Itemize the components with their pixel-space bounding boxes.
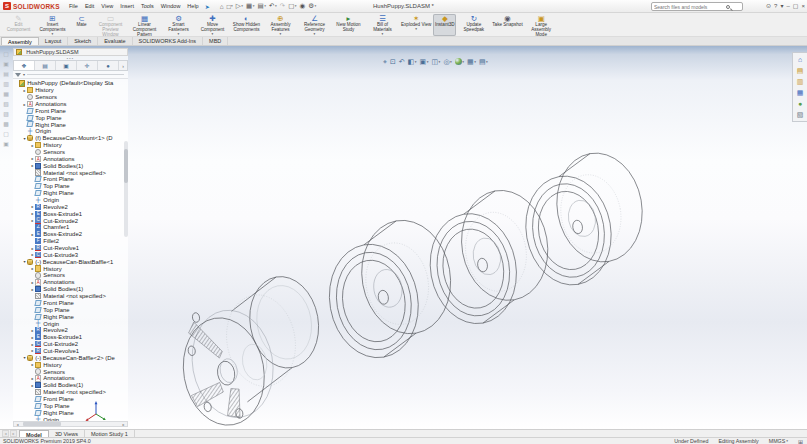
tree-item-annotations[interactable]: ▸ A Annotations bbox=[13, 155, 128, 162]
tree-item-cut-extrude2[interactable]: ▸ C Cut-Extrude2 bbox=[13, 217, 128, 224]
dropdown-caret[interactable]: ▾ bbox=[314, 33, 316, 36]
tab-scroll-right-icon[interactable]: ▸ bbox=[10, 430, 17, 437]
tree-vertical-scrollbar[interactable] bbox=[124, 141, 128, 237]
solidworks-resources-icon[interactable]: ⌂ bbox=[798, 55, 802, 64]
dropdown-caret[interactable]: ▾ bbox=[241, 4, 243, 8]
tree-item-right-plane[interactable]: Right Plane bbox=[13, 190, 128, 197]
dropdown-caret[interactable]: ▾ bbox=[786, 439, 788, 443]
propertymanager-tab[interactable]: ▤ bbox=[35, 61, 56, 70]
dropdown-caret[interactable]: ▾ bbox=[231, 4, 233, 8]
ribbon-button-large-assembly-mode[interactable]: ▣ Large Assembly Mode ▾ bbox=[525, 14, 558, 36]
ribbon-button-mate[interactable]: ⊂ Mate ▾ bbox=[70, 14, 93, 36]
view-toolbar-icon-3[interactable]: ▤ bbox=[3, 70, 9, 78]
tree-item-history[interactable]: ▸ History bbox=[13, 361, 128, 368]
tree-item-front-plane[interactable]: Front Plane bbox=[13, 176, 128, 183]
ribbon-button-reference-geometry[interactable]: ∠ Reference Geometry ▾ bbox=[298, 14, 331, 36]
view-toolbar-icon-8[interactable]: ▩ bbox=[3, 120, 9, 128]
tree-item-history[interactable]: ▸ History bbox=[13, 87, 128, 94]
view-toolbar-icon-4[interactable]: ▥ bbox=[3, 80, 9, 88]
ribbon-button-exploded-view[interactable]: ✶ Exploded View ▾ bbox=[400, 14, 432, 36]
previous-view-icon[interactable]: ↶ ▾ bbox=[399, 58, 405, 66]
search-icon[interactable] bbox=[726, 5, 730, 9]
open-icon[interactable]: ▷ ▾ bbox=[236, 2, 243, 10]
ribbon-button-linear-component-pattern[interactable]: ▦ Linear Component Pattern ▾ bbox=[128, 14, 161, 36]
part-becausecan-blastbaffle[interactable] bbox=[317, 213, 462, 365]
menu-item-help[interactable]: Help bbox=[187, 3, 198, 9]
tree-item-material-not-specified[interactable]: Material <not specified> bbox=[13, 389, 128, 396]
menu-item-window[interactable]: Window bbox=[161, 3, 181, 9]
tab-overflow-icon[interactable]: › bbox=[119, 61, 127, 70]
dropdown-caret[interactable]: ▾ bbox=[280, 33, 282, 36]
tree-item-hushpuppy-default-display-sta[interactable]: HushPuppy (Default<Display Sta bbox=[13, 80, 128, 87]
view-toolbar-icon-9[interactable]: ▢ bbox=[3, 130, 9, 138]
view-orientation-icon[interactable]: ▣ ▾ bbox=[420, 58, 429, 66]
bottom-tab-3d-views[interactable]: 3D Views bbox=[49, 430, 85, 437]
part-becausecan-baffle-1[interactable] bbox=[419, 184, 560, 331]
dropdown-caret[interactable]: ▾ bbox=[439, 60, 441, 64]
hide-show-items-icon[interactable]: ◎ ▾ bbox=[443, 58, 451, 66]
part-becausecan-mount[interactable] bbox=[170, 271, 334, 429]
tree-item-solid-bodies-1[interactable]: ▸ Solid Bodies(1) bbox=[13, 382, 128, 389]
tab-solidworks-add-ins[interactable]: SOLIDWORKS Add-Ins bbox=[133, 37, 203, 45]
tree-item-origin[interactable]: ┼ Origin bbox=[13, 416, 128, 421]
tab-evaluate[interactable]: Evaluate bbox=[98, 37, 132, 45]
tree-item-sensors[interactable]: Sensors bbox=[13, 272, 128, 279]
apply-scene-icon[interactable]: ▦ ▾ bbox=[467, 58, 476, 66]
restore-icon[interactable]: ▢ bbox=[793, 1, 799, 11]
tree-item-top-plane[interactable]: Top Plane bbox=[13, 402, 128, 409]
tree-horizontal-scrollbar[interactable]: ◂ ▸ bbox=[13, 421, 128, 427]
tree-item-annotations[interactable]: ▸ A Annotations bbox=[13, 375, 128, 382]
help-caret-icon[interactable]: ▾ bbox=[780, 1, 783, 11]
status-item-editing-assembly[interactable]: Editing Assembly ▾ bbox=[718, 438, 758, 444]
tree-item-revolve2[interactable]: ▸ R Revolve2 bbox=[13, 203, 128, 210]
options-icon[interactable]: ⚙ ▾ bbox=[308, 2, 316, 10]
dropdown-caret[interactable]: ▾ bbox=[415, 60, 417, 64]
zoom-to-fit-icon[interactable]: ⌖ ▾ bbox=[383, 58, 387, 66]
tree-item-f-becausecan-mount-1-d[interactable]: ▾ (f) BecauseCan-Mount<1> (D bbox=[13, 135, 128, 142]
tree-item-history[interactable]: ▸ History bbox=[13, 265, 128, 272]
ribbon-button-update-speedpak[interactable]: ↻ Update Speedpak ▾ bbox=[457, 14, 490, 36]
home-icon[interactable]: ⌂ ▾ bbox=[220, 3, 224, 10]
file-explorer-icon[interactable]: ▥ bbox=[797, 77, 804, 86]
view-toolbar-icon-7[interactable]: ▨ bbox=[3, 110, 9, 118]
part-becausecan-baffle-2[interactable] bbox=[514, 146, 653, 291]
dropdown-caret[interactable]: ▾ bbox=[253, 4, 255, 8]
tree-item-history[interactable]: ▸ History bbox=[13, 142, 128, 149]
dropdown-caret[interactable]: ▾ bbox=[486, 60, 488, 64]
menu-item-tools[interactable]: Tools bbox=[141, 3, 154, 9]
dropdown-caret[interactable]: ▾ bbox=[415, 28, 417, 31]
tree-item-becausecan-blastbaffle-1[interactable]: ▾ (-) BecauseCan-BlastBaffle<1 bbox=[13, 258, 128, 265]
bottom-tab-model[interactable]: Model bbox=[19, 430, 49, 437]
view-palette-icon[interactable]: ▦ bbox=[797, 88, 804, 97]
save-icon[interactable]: ▦ ▾ bbox=[246, 2, 254, 10]
ribbon-button-assembly-features[interactable]: ⊕ Assembly Features ▾ bbox=[264, 14, 297, 36]
scrollbar-thumb[interactable] bbox=[23, 422, 61, 426]
bottom-tab-motion-study-1[interactable]: Motion Study 1 bbox=[85, 430, 135, 437]
search-input[interactable] bbox=[654, 4, 726, 10]
tree-item-right-plane[interactable]: Right Plane bbox=[13, 313, 128, 320]
view-toolbar-icon-1[interactable]: ▢ bbox=[3, 50, 9, 58]
tree-item-cut-extrude3[interactable]: ▸ C Cut-Extrude3 bbox=[13, 251, 128, 258]
appearances-scenes-icon[interactable]: ● bbox=[798, 99, 802, 108]
status-item-mmgs[interactable]: MMGS ▾ bbox=[769, 438, 788, 444]
tree-item-front-plane[interactable]: Front Plane bbox=[13, 396, 128, 403]
tree-item-material-not-specified[interactable]: Material <not specified> bbox=[13, 169, 128, 176]
design-library-icon[interactable]: ▤ bbox=[797, 66, 804, 75]
configurationmanager-tab[interactable]: ▣ bbox=[56, 61, 77, 70]
featuremanager-tree-tab[interactable]: ❖ bbox=[14, 61, 35, 70]
view-toolbar-icon-2[interactable]: ▣ bbox=[3, 60, 9, 68]
tree-item-origin[interactable]: ┼ Origin bbox=[13, 197, 128, 204]
tree-item-cut-revolve1[interactable]: ▸ R Cut-Revolve1 bbox=[13, 348, 128, 355]
tree-item-front-plane[interactable]: Front Plane bbox=[13, 107, 128, 114]
pin-menu-icon[interactable]: ➤ bbox=[205, 3, 210, 10]
filter-icon[interactable] bbox=[15, 73, 21, 77]
tree-item-top-plane[interactable]: Top Plane bbox=[13, 183, 128, 190]
dropdown-caret[interactable]: ▾ bbox=[382, 33, 384, 36]
redo-icon[interactable]: ↷ ▾ bbox=[280, 2, 285, 10]
ribbon-button-instant3d[interactable]: ◆ Instant3D ▾ bbox=[433, 14, 456, 36]
tree-item-solid-bodies-1[interactable]: ▸ Solid Bodies(1) bbox=[13, 162, 128, 169]
dropdown-caret[interactable]: ▾ bbox=[178, 33, 180, 36]
tree-item-boss-extrude1[interactable]: ▸ E Boss-Extrude1 bbox=[13, 210, 128, 217]
dropdown-caret[interactable]: ▾ bbox=[295, 4, 297, 8]
close-icon[interactable]: × bbox=[801, 1, 805, 11]
